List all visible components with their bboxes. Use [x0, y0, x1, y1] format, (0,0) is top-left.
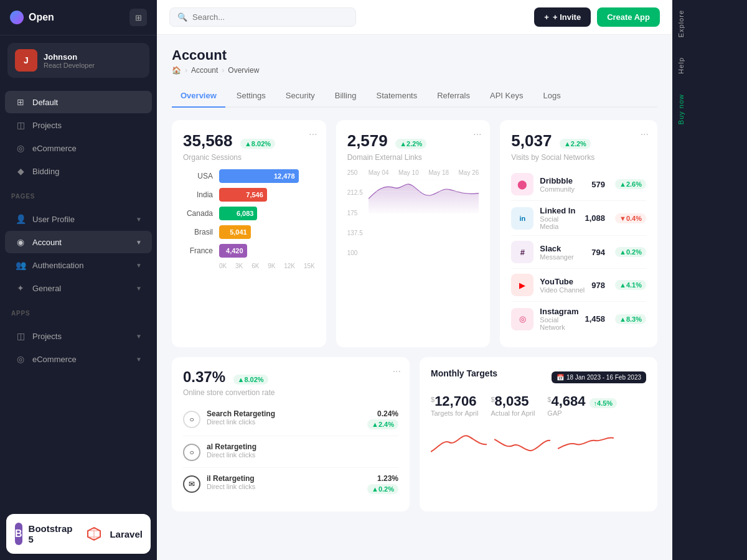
conversion-card: ··· 0.37% ▲8.02% Online store convertion… — [172, 357, 410, 511]
bar-container-france: 4,420 — [219, 244, 315, 258]
sidebar-item-projects-app[interactable]: ◫ Projects ▼ — [5, 325, 152, 347]
create-label: Create App — [607, 12, 650, 22]
invite-button[interactable]: + + Invite — [534, 7, 591, 27]
monthly-values: $12,706 Targets for April $8,035 Actual … — [431, 393, 646, 417]
y-axis-labels: 250 212.5 175 137.5 100 — [347, 169, 365, 256]
organic-label: Organic Sessions — [183, 153, 315, 162]
chevron-down-icon-ecommerce: ▼ — [136, 356, 142, 363]
nav-item-bidding[interactable]: ◆ Bidding — [5, 160, 152, 182]
dribbble-logo: ⬤ — [511, 173, 533, 195]
search-input[interactable] — [192, 12, 348, 22]
tab-api-keys[interactable]: API Keys — [481, 85, 532, 108]
sidebar-toggle-btn[interactable]: ⊞ — [129, 9, 147, 26]
tab-referrals[interactable]: Referrals — [428, 85, 479, 108]
instagram-logo: ◎ — [511, 308, 533, 330]
line-chart: 250 212.5 175 137.5 100 — [347, 169, 479, 269]
sidebar-item-account[interactable]: ◉ Account ▼ — [5, 231, 152, 253]
auth-icon: 👥 — [15, 259, 26, 271]
app-name: Open — [29, 12, 54, 23]
social-item-slack: # Slack Messanger 794 ▲0.2% — [511, 236, 646, 269]
content-area: Account 🏠 › Account › Overview Overview … — [157, 35, 672, 560]
account-icon: ◉ — [15, 236, 26, 248]
domain-badge: ▲2.2% — [395, 139, 426, 149]
mini-chart-2 — [494, 427, 550, 458]
main-nav: ⊞ Default ◫ Projects ◎ eCommerce ◆ Biddi… — [0, 85, 157, 188]
social-item-linkedin: in Linked In Social Media 1,088 ▼0.4% — [511, 201, 646, 236]
page-tabs: Overview Settings Security Billing State… — [172, 85, 657, 108]
app-logo: Open — [10, 11, 54, 24]
projects-icon: ◫ — [15, 119, 26, 131]
conv-label: Online store convertion rate — [183, 388, 398, 397]
tab-settings[interactable]: Settings — [228, 85, 275, 108]
nav-item-default[interactable]: ⊞ Default — [5, 91, 152, 113]
chevron-down-icon-account: ▼ — [136, 239, 142, 246]
conv-number: 0.37% — [183, 368, 225, 385]
social-number: 5,037 — [511, 131, 552, 150]
line-chart-svg — [369, 169, 479, 213]
breadcrumb-account: Account — [191, 66, 218, 75]
user-name: Johnson — [44, 52, 95, 62]
bar-container-canada: 6,083 — [219, 207, 315, 220]
ecommerce-app-icon: ◎ — [15, 353, 26, 365]
gap-value: $4,684↑4.5% GAP — [547, 393, 617, 417]
buy-now-button[interactable]: Buy now — [672, 84, 747, 134]
projects-app-icon: ◫ — [15, 330, 26, 342]
sidebar-item-general[interactable]: ✦ General ▼ — [5, 277, 152, 299]
pages-label: PAGES — [0, 188, 157, 202]
tab-security[interactable]: Security — [277, 85, 324, 108]
bar-usa: 12,478 — [219, 169, 299, 183]
nav-label-projects: Projects — [32, 121, 62, 130]
sidebar-item-authentication[interactable]: 👥 Authentication ▼ — [5, 254, 152, 276]
bar-france: 4,420 — [219, 244, 247, 258]
country-usa: USA — [183, 172, 213, 180]
targets-value: $12,706 Targets for April — [431, 393, 478, 417]
breadcrumb-sep2: › — [222, 66, 224, 75]
bar-axis: 0K3K6K9K12K15K — [183, 263, 315, 269]
nav-item-ecommerce[interactable]: ◎ eCommerce — [5, 137, 152, 159]
country-india: India — [183, 190, 213, 199]
user-icon: 👤 — [15, 213, 26, 225]
linkedin-logo: in — [511, 207, 533, 230]
more-icon-domain[interactable]: ··· — [473, 129, 481, 140]
main-area: 🔍 + + Invite Create App Account 🏠 › Acco… — [157, 0, 672, 560]
more-icon[interactable]: ··· — [309, 129, 317, 140]
domain-number: 2,579 — [347, 131, 388, 150]
nav-item-projects[interactable]: ◫ Projects — [5, 114, 152, 136]
social-item-youtube: ▶ YouTube Video Channel 978 ▲4.1% — [511, 269, 646, 302]
sidebar-item-user-profile[interactable]: 👤 User Profile ▼ — [5, 208, 152, 230]
nav-label-user-profile: User Profile — [32, 215, 75, 224]
retarget-item-3: ✉ il Retargeting Direct link clicks 1.23… — [183, 468, 398, 500]
sidebar: Open ⊞ J Johnson React Developer ⊞ Defau… — [0, 0, 157, 560]
help-button[interactable]: Help — [672, 47, 747, 84]
nav-label-authentication: Authentication — [32, 261, 83, 270]
bar-container-brasil: 5,041 — [219, 225, 315, 239]
chevron-down-icon-projects: ▼ — [136, 333, 142, 340]
social-item-dribbble: ⬤ Dribbble Community 579 ▲2.6% — [511, 168, 646, 201]
logo-icon — [10, 11, 24, 24]
create-app-button[interactable]: Create App — [597, 7, 660, 27]
page-header: Account 🏠 › Account › Overview — [172, 47, 657, 75]
country-france: France — [183, 246, 213, 255]
gap-label: GAP — [547, 409, 617, 417]
more-icon-social[interactable]: ··· — [641, 129, 649, 140]
explore-button[interactable]: Explore — [672, 0, 747, 47]
bootstrap-letter: B — [15, 528, 22, 539]
tab-logs[interactable]: Logs — [534, 85, 569, 108]
stats-grid: ··· 35,568 ▲8.02% Organic Sessions USA 1… — [172, 120, 657, 347]
tab-billing[interactable]: Billing — [326, 85, 365, 108]
more-icon-conv[interactable]: ··· — [393, 366, 401, 377]
tab-overview[interactable]: Overview — [172, 85, 225, 108]
mini-chart-3 — [558, 427, 614, 458]
social-label: Visits by Social Networks — [511, 153, 646, 162]
bar-chart: USA 12,478 India 7,546 Canada — [183, 169, 315, 269]
nav-label-general: General — [32, 284, 61, 293]
country-canada: Canada — [183, 209, 213, 218]
youtube-logo: ▶ — [511, 274, 533, 296]
search-box[interactable]: 🔍 — [169, 7, 356, 27]
tab-statements[interactable]: Statements — [367, 85, 426, 108]
sidebar-item-ecommerce-app[interactable]: ◎ eCommerce ▼ — [5, 348, 152, 370]
avatar: J — [15, 49, 37, 72]
retarget-item-1: ○ Search Retargeting Direct link clicks … — [183, 403, 398, 436]
bidding-icon: ◆ — [15, 166, 26, 177]
chevron-down-icon-general: ▼ — [136, 285, 142, 292]
